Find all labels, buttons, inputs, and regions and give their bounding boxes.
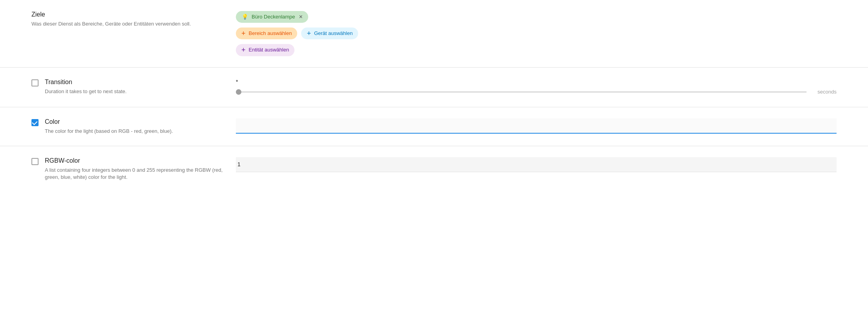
rgbw-title: RGBW-color (45, 157, 236, 164)
plus-icon-entity: + (241, 46, 246, 53)
transition-slider-container (236, 88, 807, 96)
color-input[interactable] (236, 118, 837, 134)
color-text-block: Color The color for the light (based on … (45, 118, 236, 135)
color-input-wrap (236, 118, 837, 134)
rgbw-input[interactable] (236, 157, 837, 172)
color-left: Color The color for the light (based on … (31, 118, 236, 135)
color-title: Color (45, 118, 236, 125)
chip-close-icon[interactable]: × (299, 14, 303, 20)
light-bulb-icon: 💡 (241, 13, 248, 20)
ziele-chip-row-3: + Entität auswählen (236, 44, 837, 56)
ziele-left: Ziele Was dieser Dienst als Bereiche, Ge… (31, 11, 236, 28)
transition-text-block: Transition Duration it takes to get to n… (45, 79, 127, 95)
rgbw-section: RGBW-color A list containing four intege… (0, 146, 868, 192)
rgbw-input-wrap (236, 157, 837, 172)
transition-right: * seconds (236, 79, 837, 96)
transition-asterisk: * (236, 79, 837, 85)
rgbw-checkbox[interactable] (31, 158, 39, 165)
transition-checkbox-wrap[interactable] (31, 79, 39, 86)
ziele-chip-row-1: 💡 Büro Deckenlampe × (236, 11, 837, 23)
color-checkbox[interactable] (31, 119, 39, 126)
rgbw-text-block: RGBW-color A list containing four intege… (45, 157, 236, 181)
rgbw-description: A list containing four integers between … (45, 167, 236, 181)
add-device-button[interactable]: + Gerät auswählen (301, 28, 358, 39)
transition-left: Transition Duration it takes to get to n… (31, 79, 236, 95)
transition-section: Transition Duration it takes to get to n… (0, 68, 868, 107)
transition-slider-track (236, 91, 807, 93)
rgbw-checkbox-wrap[interactable] (31, 158, 39, 165)
rgbw-left: RGBW-color A list containing four intege… (31, 157, 236, 181)
transition-slider-row: seconds (236, 88, 837, 96)
device-chip[interactable]: 💡 Büro Deckenlampe × (236, 11, 308, 23)
ziele-right: 💡 Büro Deckenlampe × + Bereich auswählen… (236, 11, 837, 56)
color-section: Color The color for the light (based on … (0, 107, 868, 146)
add-area-button[interactable]: + Bereich auswählen (236, 28, 297, 39)
color-description: The color for the light (based on RGB - … (45, 128, 236, 135)
add-entity-label: Entität auswählen (249, 46, 289, 53)
ziele-chip-row-2: + Bereich auswählen + Gerät auswählen (236, 28, 837, 39)
ziele-description: Was dieser Dienst als Bereiche, Geräte o… (31, 20, 220, 28)
add-device-label: Gerät auswählen (314, 30, 353, 37)
transition-title: Transition (45, 79, 127, 86)
plus-icon-area: + (241, 30, 246, 37)
add-entity-button[interactable]: + Entität auswählen (236, 44, 294, 56)
plus-icon-device: + (307, 30, 311, 37)
add-area-label: Bereich auswählen (249, 30, 292, 37)
device-chip-label: Büro Deckenlampe (252, 13, 295, 20)
ziele-section: Ziele Was dieser Dienst als Bereiche, Ge… (0, 0, 868, 68)
transition-description: Duration it takes to get to next state. (45, 88, 127, 95)
transition-slider-thumb[interactable] (236, 89, 241, 95)
transition-checkbox[interactable] (31, 79, 39, 86)
color-checkbox-wrap[interactable] (31, 119, 39, 126)
transition-slider-label: seconds (813, 89, 837, 95)
ziele-title: Ziele (31, 11, 220, 18)
